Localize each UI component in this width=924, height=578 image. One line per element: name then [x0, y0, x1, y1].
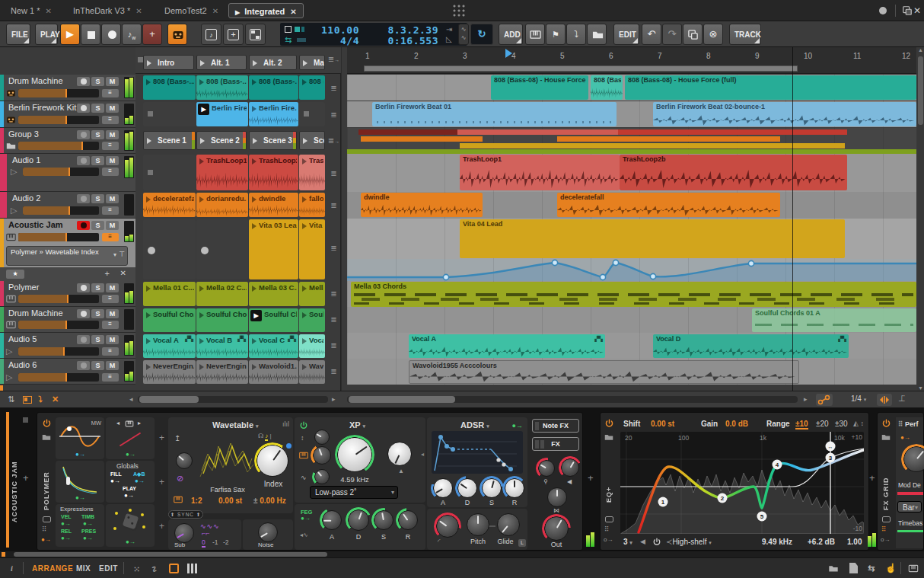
- eq-graph[interactable]: 1 2 5 4 3 ↔ 20 100 1k 10k +10 -10: [620, 432, 864, 534]
- favorite-star-button[interactable]: ★: [6, 270, 24, 279]
- track-name[interactable]: Audio 5: [8, 334, 37, 343]
- launcher-clip[interactable]: NeverEngin...: [196, 360, 248, 384]
- stop-button[interactable]: [81, 24, 100, 45]
- automation-visible-icon[interactable]: [816, 394, 833, 406]
- grid-resolution-value[interactable]: 1/4 ▾: [851, 394, 866, 403]
- stop-track-clips-icon[interactable]: ≣: [327, 244, 340, 252]
- remote-controls-icon[interactable]: [605, 516, 613, 522]
- filter-cutoff-knob[interactable]: [337, 437, 372, 472]
- close-tab-icon[interactable]: ✕: [46, 7, 52, 15]
- filter-type-selector[interactable]: XP ▾: [349, 420, 365, 430]
- link-icon[interactable]: ∿: [148, 563, 161, 575]
- scroll-left-icon[interactable]: ◂: [129, 395, 133, 403]
- mute-button[interactable]: M: [106, 104, 119, 113]
- track-menu-button[interactable]: ≡: [102, 295, 119, 303]
- launcher-clip[interactable]: Mella 03 C...: [249, 282, 298, 306]
- mixer-panel-toggle[interactable]: [187, 564, 197, 573]
- edit-menu-button[interactable]: EDIT: [613, 24, 639, 45]
- track-header-selected[interactable]: Acoustic Jam SM ≡ Polymer » Wavetable In…: [0, 219, 135, 281]
- launcher-clip[interactable]: TrashLoop2b: [249, 155, 298, 190]
- stop-track-clips-icon[interactable]: ≣: [327, 289, 340, 298]
- mute-button[interactable]: M: [106, 309, 119, 318]
- scrollbar-thumb[interactable]: [349, 396, 455, 403]
- solo-button[interactable]: S: [91, 361, 104, 370]
- modulator-globals[interactable]: Globals FILL●→ A◆B●→ PLAY●→: [106, 461, 155, 503]
- io-routing-icon[interactable]: ⁙: [133, 564, 141, 574]
- play-menu-button[interactable]: PLAY: [35, 24, 58, 45]
- record-arm-button[interactable]: [77, 361, 90, 370]
- osc-detune-st[interactable]: 0.00 st: [218, 497, 242, 505]
- device-name[interactable]: FX GRID: [882, 455, 890, 510]
- band-count[interactable]: 3 ▾: [623, 538, 632, 546]
- scrollbar-thumb[interactable]: [918, 56, 923, 125]
- range-20[interactable]: ±20: [816, 420, 829, 428]
- timeline-ruler[interactable]: 1 2 3 4 5 6 7 8 9 10 11 12: [347, 47, 916, 74]
- track-menu-button[interactable]: ≡: [102, 89, 119, 97]
- scrollbar-thumb[interactable]: [14, 552, 327, 557]
- arrange-view-button[interactable]: ARRANGE: [32, 564, 73, 573]
- duplicate-button[interactable]: [683, 24, 703, 45]
- undo-button[interactable]: ↶: [642, 24, 661, 45]
- automation-write-button[interactable]: ♪w: [122, 24, 142, 45]
- project-tab[interactable]: New 1 *✕: [11, 3, 52, 18]
- stop-track-clips-icon[interactable]: ≣: [327, 341, 340, 350]
- launcher-clip[interactable]: Vocal: [299, 334, 325, 358]
- arranger-clip[interactable]: Soulful Chords 01 A: [752, 308, 916, 332]
- track-menu-button-active[interactable]: ≡: [102, 233, 119, 241]
- arranger-clip[interactable]: Vita 04 Lead: [460, 219, 845, 258]
- mod-out-icon[interactable]: ●→: [126, 451, 135, 458]
- project-tab[interactable]: DemoTest2✕: [164, 3, 218, 18]
- group-scene-clip[interactable]: Scen: [299, 131, 325, 150]
- device-hscrollbar[interactable]: [0, 551, 924, 557]
- launcher-clip[interactable]: Soulful Cho...: [196, 308, 248, 332]
- onscreen-keyboard-icon[interactable]: [908, 564, 919, 573]
- wavetable-name[interactable]: Farfisa Sax: [203, 486, 252, 493]
- redo-button[interactable]: ↷: [662, 24, 682, 45]
- noise-level-knob[interactable]: [258, 522, 278, 542]
- add-device-button[interactable]: +: [588, 472, 594, 484]
- launcher-hscrollbar[interactable]: [138, 396, 328, 403]
- volume-fader[interactable]: [23, 168, 99, 176]
- keytrack-icon[interactable]: [173, 495, 183, 504]
- track-name[interactable]: Drum Machine: [8, 76, 63, 85]
- stop-track-clips-icon[interactable]: ≣: [327, 315, 340, 324]
- group-scene-clip[interactable]: Scene 2: [196, 131, 247, 150]
- mod-out-icon[interactable]: ●→: [900, 434, 910, 441]
- track-menu-button[interactable]: TRACK: [729, 24, 761, 45]
- track-menu-button[interactable]: ≡: [102, 116, 119, 124]
- filter-mode-select[interactable]: Low-pass 2˚: [310, 486, 398, 499]
- filter-drive-knob[interactable]: [314, 430, 330, 445]
- modulator-lfo[interactable]: MW ●→: [56, 417, 104, 459]
- keytrack-vol-knob[interactable]: [538, 460, 555, 477]
- project-tab[interactable]: InTheDark V3 *✕: [73, 3, 142, 18]
- launcher-overdub-button[interactable]: +: [223, 24, 244, 45]
- track-header[interactable]: Audio 2 SM ▷ ≡: [0, 192, 135, 219]
- modulators-icon[interactable]: o→: [604, 536, 613, 543]
- fxgrid-header[interactable]: ⠿ Perf: [898, 420, 919, 428]
- arranger-clip[interactable]: TrashLoop2b: [620, 155, 847, 190]
- record-arm-button[interactable]: [77, 130, 90, 139]
- volume-fader[interactable]: [18, 89, 99, 97]
- vertical-scrollbar[interactable]: ▲▼: [917, 47, 924, 391]
- launcher-clip[interactable]: Trash: [299, 155, 325, 190]
- punch-in-icon[interactable]: ⇥: [446, 25, 452, 34]
- dual-panel-toggle-active[interactable]: [169, 564, 179, 573]
- mute-button[interactable]: M: [106, 335, 119, 344]
- solo-button[interactable]: S: [91, 283, 104, 292]
- solo-button[interactable]: S: [91, 130, 104, 139]
- snap-settings-icon[interactable]: ⊥̈: [898, 394, 906, 404]
- arranger-clip[interactable]: deceleratefall: [557, 193, 780, 217]
- sub-octave-2[interactable]: -2: [223, 538, 229, 546]
- stop-all-icon[interactable]: ✕: [52, 394, 59, 404]
- launcher-clip[interactable]: dorianredu...: [196, 193, 248, 217]
- device-preset-icon[interactable]: [881, 433, 891, 442]
- arranger-clip[interactable]: Mella 03 Chords: [351, 282, 916, 307]
- launcher-clip-playing[interactable]: ▶Berlin Fire...: [196, 102, 248, 126]
- expand-modulator-icon[interactable]: +: [159, 433, 164, 443]
- arranger-clip[interactable]: Vocal A▞▚: [409, 334, 605, 358]
- group-scene-clip[interactable]: Scene 1: [143, 131, 196, 150]
- mute-button[interactable]: M: [106, 283, 119, 292]
- playhead-marker[interactable]: [505, 49, 512, 58]
- mute-button[interactable]: M: [106, 221, 119, 230]
- track-header-group[interactable]: Group 3 SM ≡: [0, 128, 135, 154]
